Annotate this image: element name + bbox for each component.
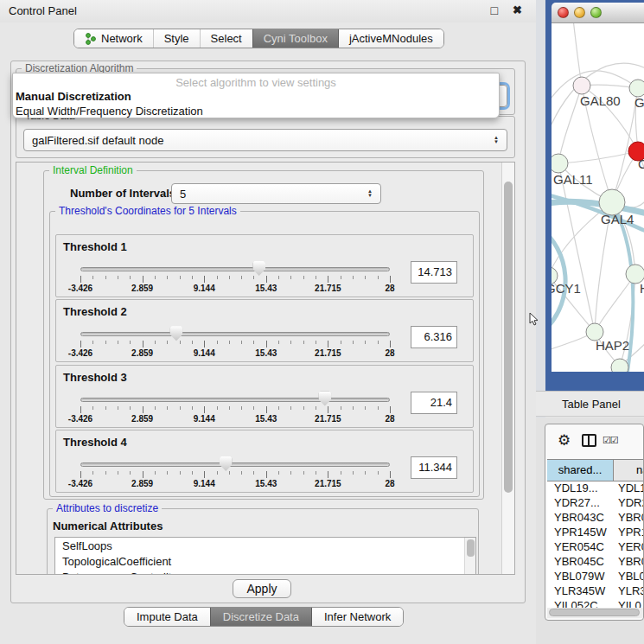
svg-text:GAL11: GAL11: [553, 172, 593, 187]
slider-thumb-icon[interactable]: [169, 326, 182, 341]
threshold-value-field[interactable]: 6.316: [411, 326, 457, 348]
list-item[interactable]: SelfLoops: [55, 538, 475, 553]
tab-jactivemnodules[interactable]: jActiveMNodules: [338, 29, 443, 48]
threshold-block: Threshold 1 -3.426 2.859 9.144 15.43 21.…: [55, 234, 474, 297]
threshold-value-field[interactable]: 14.713: [411, 261, 457, 284]
slider-thumb-icon[interactable]: [220, 456, 233, 471]
tab-impute-data[interactable]: Impute Data: [124, 608, 210, 626]
threshold-slider[interactable]: -3.426 2.859 9.144 15.43 21.715 28: [80, 456, 390, 489]
algorithm-dropdown-popup: Select algorithm to view settings Manual…: [12, 73, 500, 118]
table-data-combobox[interactable]: galFiltered.sif default node ▲▼: [23, 129, 507, 151]
scale-label: 28: [385, 414, 394, 424]
list-item[interactable]: BetweennessCentrality: [55, 569, 475, 575]
slider-ticks: [80, 471, 391, 478]
slider-track[interactable]: [80, 267, 390, 271]
slider-track[interactable]: [80, 398, 390, 402]
threshold-label: Threshold 4: [63, 436, 127, 449]
svg-text:HAP2: HAP2: [596, 338, 629, 353]
tab-discretize-data[interactable]: Discretize Data: [210, 608, 311, 626]
tab-cyni-toolbox[interactable]: Cyni Toolbox: [252, 29, 338, 48]
scale-label: -3.426: [68, 284, 92, 293]
scale-label: 21.715: [315, 348, 341, 358]
scale-label: 28: [385, 348, 394, 358]
tab-infer-network[interactable]: Infer Network: [311, 608, 403, 626]
column-header-shared-name[interactable]: shared...: [547, 460, 614, 481]
close-icon[interactable]: ✖: [513, 3, 522, 16]
zoom-traffic-light-icon[interactable]: [590, 7, 602, 18]
number-of-intervals-label: Number of Intervals: [70, 187, 175, 200]
node-gal11[interactable]: [552, 154, 568, 173]
top-tab-bar: Network Style Select Cyni Toolbox jActiv…: [73, 29, 444, 48]
threshold-block: Threshold 2 -3.426 2.859 9.144 15.43 21.…: [55, 299, 474, 362]
float-window-icon[interactable]: □: [491, 3, 498, 17]
node-ga[interactable]: [629, 80, 644, 97]
scale-label: 9.144: [194, 284, 215, 293]
combo-arrows-icon: ▲▼: [367, 189, 373, 198]
table-header-row: shared... na: [547, 459, 644, 481]
table-row[interactable]: YBR043C YBR0: [547, 511, 644, 526]
tab-style[interactable]: Style: [153, 29, 200, 48]
table-data-group: Table Data galFiltered.sif default node …: [16, 116, 515, 158]
table-row[interactable]: YBL079W YBL0: [547, 570, 644, 584]
scale-label: 15.43: [255, 284, 277, 293]
table-row[interactable]: YER054C YER0: [547, 540, 644, 555]
combo-arrows-icon: ▲▼: [494, 136, 499, 144]
number-of-intervals-combobox[interactable]: 5 ▲▼: [171, 183, 381, 204]
network-window: GAL80 GA C GAL11 GAL4 GCY1 H HAP2: [552, 3, 644, 372]
threshold-slider[interactable]: -3.426 2.859 9.144 15.43 21.715 28: [80, 392, 390, 424]
threshold-value-field[interactable]: 21.4: [411, 392, 457, 414]
svg-text:GAL80: GAL80: [580, 93, 621, 108]
algorithm-hint: Select algorithm to view settings: [13, 73, 499, 89]
apply-button[interactable]: Apply: [233, 579, 291, 598]
tab-select[interactable]: Select: [200, 29, 252, 48]
popup-option-equal-width[interactable]: Equal Width/Frequency Discretization: [13, 104, 499, 118]
panel-title: Control Panel: [9, 4, 77, 17]
svg-text:GCY1: GCY1: [552, 281, 581, 296]
column-header-name[interactable]: na: [614, 460, 644, 481]
table-row[interactable]: YPR145W YPR1: [547, 526, 644, 540]
node-partial[interactable]: [611, 359, 628, 372]
network-window-titlebar: [552, 3, 644, 23]
table-row[interactable]: YBR045C YBR0: [547, 555, 644, 570]
slider-ticks: [80, 276, 391, 283]
number-of-intervals-value: 5: [180, 188, 186, 201]
table-row[interactable]: YLR345W YLR3: [547, 584, 644, 599]
slider-thumb-icon[interactable]: [252, 261, 265, 276]
svg-text:GAL4: GAL4: [601, 212, 634, 226]
numerical-attributes-list[interactable]: SelfLoops TopologicalCoefficient Between…: [54, 537, 476, 575]
threshold-slider[interactable]: -3.426 2.859 9.144 15.43 21.715 28: [80, 326, 390, 359]
slider-track[interactable]: [80, 332, 390, 336]
list-item[interactable]: TopologicalCoefficient: [55, 553, 475, 569]
slider-track[interactable]: [80, 462, 390, 467]
minimize-traffic-light-icon[interactable]: [574, 7, 585, 18]
attributes-scrollbar[interactable]: [464, 538, 475, 575]
table-row[interactable]: YIL052C YIL0: [547, 599, 644, 608]
tab-network[interactable]: Network: [74, 29, 153, 48]
settings-vertical-scrollbar[interactable]: [501, 163, 514, 574]
select-columns-icon[interactable]: ☑☑: [603, 435, 618, 446]
table-horizontal-scrollbar[interactable]: [547, 608, 643, 618]
scale-label: 2.859: [131, 414, 153, 424]
slider-thumb-icon[interactable]: [318, 392, 331, 406]
table-body: YDL19... YDL1 YDR27... YDR2 YBR043C YBR0…: [547, 481, 644, 608]
node-table: ⚙ ☑☑ shared... na YDL19... YDL1 YDR27...…: [545, 424, 644, 621]
panel-titlebar: Control Panel □ ✖: [0, 0, 536, 22]
popup-option-manual-discretization[interactable]: Manual Discretization: [13, 89, 499, 104]
threshold-value-field[interactable]: 11.344: [411, 456, 457, 479]
attributes-scrollbar-thumb[interactable]: [467, 539, 475, 557]
table-row[interactable]: YDR27... YDR2: [547, 496, 644, 511]
threshold-slider[interactable]: -3.426 2.859 9.144 15.43 21.715 28: [80, 261, 390, 294]
network-canvas[interactable]: GAL80 GA C GAL11 GAL4 GCY1 H HAP2: [552, 23, 644, 372]
scale-label: 2.859: [131, 284, 153, 293]
settings-scrollbar-thumb[interactable]: [504, 182, 513, 493]
svg-text:GA: GA: [634, 95, 644, 110]
close-traffic-light-icon[interactable]: [558, 7, 569, 18]
attributes-group-title: Attributes to discretize: [53, 502, 162, 514]
mouse-cursor: [529, 313, 539, 327]
scale-label: -3.426: [68, 414, 92, 424]
split-columns-icon[interactable]: [582, 434, 596, 447]
table-row[interactable]: YDL19... YDL1: [547, 481, 644, 496]
node-gal80[interactable]: [573, 77, 590, 94]
gear-icon[interactable]: ⚙: [558, 431, 571, 450]
table-hscrollbar-thumb[interactable]: [549, 609, 640, 616]
